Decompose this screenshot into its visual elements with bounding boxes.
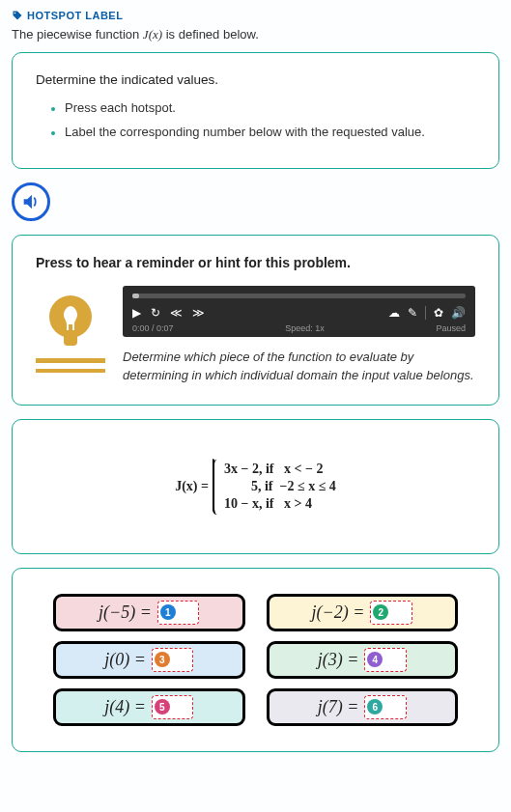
answer-box-3: j(0) = 3 <box>53 641 245 679</box>
transcript-button[interactable]: ✎ <box>408 306 417 320</box>
answer-box-4: j(3) = 4 <box>267 641 459 679</box>
bulb-underline <box>36 369 105 373</box>
hotspot-2[interactable]: 2 <box>370 601 412 625</box>
badge-3: 3 <box>155 652 170 667</box>
hotspot-3[interactable]: 3 <box>152 648 194 672</box>
volume-button[interactable]: 🔊 <box>451 306 466 320</box>
forward-button[interactable]: ≫ <box>192 306 205 320</box>
pw3-expr: 10 − x, <box>224 496 262 511</box>
bulb-col <box>36 286 105 373</box>
player-status: Paused <box>436 323 466 333</box>
intro-fn: J(x) <box>143 27 162 42</box>
answer-box-6: j(7) = 6 <box>267 688 459 726</box>
pw1-cond: if x < − 2 <box>266 462 324 476</box>
instructions-title: Determine the indicated values. <box>36 72 475 87</box>
pw-row-2: 5, if −2 ≤ x ≤ 4 <box>224 479 336 494</box>
settings-button[interactable]: ✿ <box>434 306 443 320</box>
speaker-row <box>12 182 499 221</box>
pw-row-3: 10 − x, if x > 4 <box>224 496 336 512</box>
answer-box-2: j(−2) = 2 <box>267 594 459 631</box>
hint-card: Press to hear a reminder or hint for thi… <box>12 235 499 406</box>
instructions-list: Press each hotspot. Label the correspond… <box>36 100 475 139</box>
hint-text: Determine which piece of the function to… <box>123 349 475 385</box>
answer-label: j(4) = <box>104 697 146 717</box>
cc-button[interactable]: ☁ <box>388 306 400 320</box>
hint-content: ▶ ↻ ≪ ≫ ☁ ✎ ✿ 🔊 0:00 / 0:07 Spe <box>123 286 475 385</box>
speaker-icon <box>20 191 42 212</box>
answer-label: j(−2) = <box>312 602 365 623</box>
hint-row: ▶ ↻ ≪ ≫ ☁ ✎ ✿ 🔊 0:00 / 0:07 Spe <box>36 286 475 385</box>
answer-label: j(7) = <box>318 697 359 717</box>
badge-5: 5 <box>155 699 170 714</box>
piecewise-definition: J(x) = 3x − 2, if x < − 2 5, if −2 ≤ x ≤… <box>53 459 458 515</box>
hotspot-label-text: HOTSPOT LABEL <box>27 10 123 21</box>
answers-grid: j(−5) = 1 j(−2) = 2 j(0) = 3 j(3) = 4 j(… <box>53 594 458 726</box>
answer-box-1: j(−5) = 1 <box>53 594 245 631</box>
instruction-item: Press each hotspot. <box>51 100 475 115</box>
hotspot-4[interactable]: 4 <box>364 648 407 672</box>
intro-prefix: The piecewise function <box>12 27 143 42</box>
pw-row-1: 3x − 2, if x < − 2 <box>224 462 336 477</box>
answers-card: j(−5) = 1 j(−2) = 2 j(0) = 3 j(3) = 4 j(… <box>12 568 499 752</box>
answer-box-5: j(4) = 5 <box>53 688 245 726</box>
hotspot-label-header: HOTSPOT LABEL <box>12 10 499 21</box>
tag-icon <box>12 10 23 21</box>
svg-point-0 <box>14 13 16 14</box>
speaker-button[interactable] <box>12 182 50 221</box>
player-speed: Speed: 1x <box>285 323 325 333</box>
pw3-cond: if x > 4 <box>266 496 312 511</box>
answer-label: j(0) = <box>104 650 146 670</box>
instruction-item: Label the corresponding number below wit… <box>51 125 475 139</box>
instructions-card: Determine the indicated values. Press ea… <box>12 52 499 169</box>
badge-4: 4 <box>367 652 383 667</box>
intro-text: The piecewise function J(x) is defined b… <box>12 27 499 42</box>
answer-label: j(−5) = <box>99 602 152 623</box>
brace-icon <box>213 459 220 515</box>
piecewise-lhs: J(x) = <box>175 479 209 494</box>
badge-6: 6 <box>367 699 383 714</box>
hotspot-6[interactable]: 6 <box>364 695 407 719</box>
pw2-expr: 5, <box>251 479 262 493</box>
piecewise-card: J(x) = 3x − 2, if x < − 2 5, if −2 ≤ x ≤… <box>12 419 499 554</box>
player-track[interactable] <box>132 294 466 298</box>
hotspot-1[interactable]: 1 <box>157 601 200 625</box>
audio-player: ▶ ↻ ≪ ≫ ☁ ✎ ✿ 🔊 0:00 / 0:07 Spe <box>123 286 475 337</box>
player-time: 0:00 / 0:07 <box>132 323 174 333</box>
rewind-button[interactable]: ≪ <box>170 306 183 320</box>
play-button[interactable]: ▶ <box>132 306 141 320</box>
lightbulb-icon <box>36 286 105 363</box>
answer-label: j(3) = <box>318 650 359 670</box>
pw2-cond: if −2 ≤ x ≤ 4 <box>265 479 336 493</box>
divider <box>425 306 426 320</box>
hint-title: Press to hear a reminder or hint for thi… <box>36 255 475 270</box>
intro-suffix: is defined below. <box>162 27 259 42</box>
badge-1: 1 <box>160 604 176 620</box>
restart-button[interactable]: ↻ <box>151 306 160 320</box>
badge-2: 2 <box>373 604 388 620</box>
piecewise-rows: 3x − 2, if x < − 2 5, if −2 ≤ x ≤ 4 10 −… <box>224 462 336 512</box>
hotspot-5[interactable]: 5 <box>152 695 194 719</box>
pw1-expr: 3x − 2, <box>224 462 262 476</box>
